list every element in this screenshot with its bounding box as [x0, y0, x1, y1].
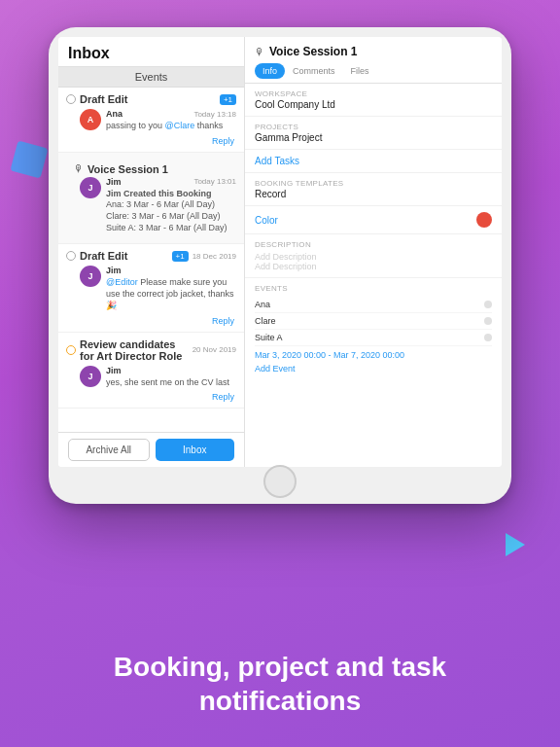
avatar-jim: J	[80, 177, 101, 198]
message-block-voice: J Jim Today 13:01 Jim Created this Booki…	[66, 177, 236, 234]
color-row[interactable]: Color	[245, 206, 502, 234]
device-screen: Inbox Events Draft Edit +1 A Ana	[58, 37, 502, 467]
device-frame: Inbox Events Draft Edit +1 A Ana	[49, 27, 511, 504]
msg-text-voice: Jim Created this Booking Ana: 3 Mar - 6 …	[106, 189, 236, 234]
projects-label: Projects	[255, 123, 492, 131]
events-section-label: EVENTS	[255, 284, 492, 293]
event-row-suitea: Suite A	[255, 330, 492, 346]
message-block-task: J Jim yes, she sent me on the CV last	[66, 366, 236, 389]
right-panel: 🎙 Voice Session 1 Info Comments Files Wo…	[245, 37, 502, 467]
msg-text: passing to you @Clare thanks	[106, 121, 236, 132]
workspace-label: Workspace	[255, 89, 492, 98]
workspace-section: Workspace Cool Company Ltd	[245, 84, 502, 117]
avatar-jim-task: J	[80, 366, 101, 387]
voice-title: Voice Session 1	[88, 163, 168, 175]
tab-files[interactable]: Files	[343, 63, 377, 79]
projects-value: Gamma Project	[255, 132, 492, 143]
msg-text-task: yes, she sent me on the CV last	[106, 377, 236, 389]
msg-time: Today 13:18	[193, 110, 236, 119]
reply-button-task[interactable]: Reply	[66, 392, 236, 402]
radio-circle	[66, 94, 76, 104]
inbox-list: Draft Edit +1 A Ana Today 13:18 passing …	[58, 88, 244, 432]
message-block: A Ana Today 13:18 passing to you @Clare …	[66, 109, 236, 132]
message-content: Ana Today 13:18 passing to you @Clare th…	[106, 109, 236, 132]
tab-info[interactable]: Info	[255, 63, 285, 79]
tab-comments[interactable]: Comments	[285, 63, 343, 79]
add-event-link[interactable]: Add Event	[255, 364, 492, 374]
home-button[interactable]	[263, 465, 297, 498]
booking-templates-value: Record	[255, 189, 492, 199]
event-name-clare: Clare	[255, 316, 276, 326]
workspace-value: Cool Company Ltd	[255, 99, 492, 110]
msg-time-voice: Today 13:01	[193, 177, 236, 186]
deco-triangle	[506, 533, 525, 556]
date-2: 18 Dec 2019	[192, 252, 236, 261]
badge-2: +1	[172, 251, 189, 262]
inbox-button[interactable]: Inbox	[156, 439, 235, 461]
archive-all-button[interactable]: Archive All	[68, 439, 150, 461]
event-name-ana: Ana	[255, 300, 270, 309]
message-content-2: Jim @Editor Please make sure you use the…	[106, 266, 236, 311]
badge: +1	[220, 94, 236, 105]
reply-button-2[interactable]: Reply	[66, 316, 236, 326]
right-mic-icon: 🎙	[255, 47, 264, 57]
message-content-voice: Jim Today 13:01 Jim Created this Booking…	[106, 177, 236, 234]
inbox-item-task[interactable]: Review candidates for Art Director Role …	[58, 333, 244, 409]
tagline: Booking, project and task notifications	[0, 650, 560, 718]
add-tasks-section[interactable]: Add Tasks	[245, 150, 502, 173]
item-title-2: Draft Edit	[80, 250, 168, 262]
event-name-suitea: Suite A	[255, 333, 283, 342]
event-circle-suitea	[484, 334, 492, 341]
avatar-ana: A	[80, 109, 101, 130]
bottom-bar: Archive All Inbox	[58, 432, 244, 467]
date-task: 20 Nov 2019	[192, 345, 236, 354]
projects-section: Projects Gamma Project	[245, 117, 502, 150]
inbox-title: Inbox	[68, 45, 234, 62]
right-tabs: Info Comments Files	[255, 63, 492, 79]
color-dot[interactable]	[476, 212, 492, 228]
add-description[interactable]: Add Description	[255, 252, 492, 262]
add-tasks-link[interactable]: Add Tasks	[255, 156, 492, 166]
sender-name-task: Jim	[106, 366, 122, 375]
msg-text-2: @Editor Please make sure you use the cor…	[106, 277, 236, 311]
mention: @Clare	[165, 121, 195, 130]
voice-header: 🎙 Voice Session 1	[66, 159, 236, 177]
event-row-ana: Ana	[255, 297, 492, 313]
inbox-item-draft-1[interactable]: Draft Edit +1 A Ana Today 13:18 passing …	[58, 88, 244, 153]
item-title: Draft Edit	[80, 93, 216, 105]
inbox-header: Inbox	[58, 37, 244, 67]
sender-name-jim: Jim	[106, 177, 122, 187]
color-label[interactable]: Color	[255, 215, 278, 226]
tagline-text: Booking, project and task notifications	[39, 650, 521, 718]
message-block-2: J Jim @Editor Please make sure you use t…	[66, 266, 236, 311]
reply-button-1[interactable]: Reply	[66, 136, 236, 146]
mic-icon: 🎙	[74, 163, 84, 174]
right-panel-header: 🎙 Voice Session 1 Info Comments Files	[245, 37, 502, 84]
inbox-item-voice[interactable]: 🎙 Voice Session 1 J Jim Today 13:01 Jim …	[58, 153, 244, 245]
add-description-2[interactable]: Add Description	[255, 262, 492, 271]
sender-name: Ana	[106, 109, 122, 119]
events-section: EVENTS Ana Clare Suite A Mar 3, 2020 00:…	[245, 278, 502, 379]
events-tab[interactable]: Events	[58, 67, 244, 88]
radio-circle-yellow	[66, 345, 76, 355]
radio-circle-2	[66, 251, 76, 261]
avatar-jim-2: J	[80, 266, 101, 287]
item-title-task: Review candidates for Art Director Role	[80, 338, 189, 362]
inbox-item-draft-2[interactable]: Draft Edit +1 18 Dec 2019 J Jim @Editor …	[58, 244, 244, 332]
booking-templates-section: Booking Templates Record	[245, 173, 502, 206]
event-row-clare: Clare	[255, 313, 492, 330]
event-circle-clare	[484, 317, 492, 325]
left-panel: Inbox Events Draft Edit +1 A Ana	[58, 37, 245, 467]
date-range: Mar 3, 2020 00:00 - Mar 7, 2020 00:00	[255, 350, 492, 360]
description-section: DESCRIPTION Add Description Add Descript…	[245, 234, 502, 278]
sender-name-2: Jim	[106, 266, 122, 275]
deco-square	[10, 140, 48, 178]
event-circle-ana	[484, 301, 492, 308]
description-label: DESCRIPTION	[255, 240, 492, 249]
message-content-task: Jim yes, she sent me on the CV last	[106, 366, 236, 389]
booking-templates-label: Booking Templates	[255, 179, 492, 188]
right-panel-title: Voice Session 1	[269, 45, 358, 58]
mention-2: @Editor	[106, 277, 138, 287]
